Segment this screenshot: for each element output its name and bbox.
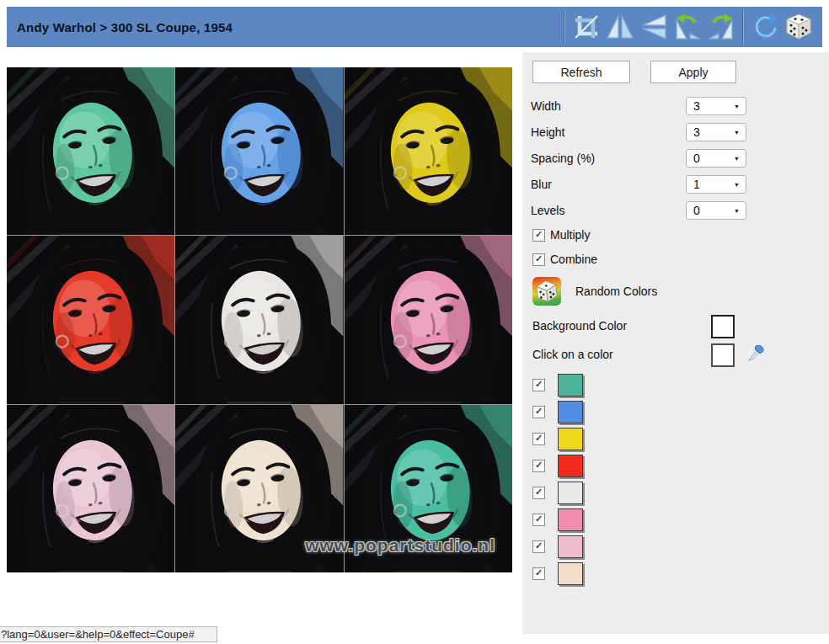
color-checkbox[interactable]: ✓	[532, 379, 545, 391]
title-bar: Andy Warhol > 300 SL Coupe, 1954	[7, 7, 822, 47]
select-rows: Width 3 ▼ Height 3 ▼ Spacing (%) 0 ▼ Blu…	[531, 97, 829, 220]
select-value: 0	[693, 152, 700, 165]
click-color-label: Click on a color	[532, 348, 613, 361]
checkbox-row-combine: ✓ Combine	[532, 252, 829, 267]
rotate-left-button[interactable]	[671, 10, 704, 44]
check-icon: ✓	[535, 230, 543, 239]
chevron-down-icon: ▼	[734, 182, 740, 188]
check-icon: ✓	[535, 380, 543, 389]
watermark: www.popartstudio.nl	[305, 535, 495, 556]
check-icon: ✓	[535, 407, 543, 416]
page-title: Andy Warhol > 300 SL Coupe, 1954	[7, 20, 233, 35]
check-icon: ✓	[535, 541, 543, 551]
color-checkbox[interactable]: ✓	[532, 514, 545, 526]
random-colors-label: Random Colors	[575, 285, 657, 298]
browser-status-tooltip: ?lang=0&user=&help=0&effect=Coupe#	[0, 626, 217, 642]
color-swatch[interactable]	[558, 482, 583, 504]
warhol-canvas: www.popartstudio.nl	[7, 67, 512, 572]
value-dropdown[interactable]: 1 ▼	[686, 175, 746, 194]
select-row-blur: Blur 1 ▼	[531, 175, 829, 194]
toolbar-separator	[564, 9, 565, 45]
select-row-spacing: Spacing (%) 0 ▼	[531, 149, 829, 168]
warhol-cell-pale-pink[interactable]	[7, 405, 174, 572]
checkbox[interactable]: ✓	[532, 229, 545, 242]
color-row: ✓	[532, 428, 829, 450]
warhol-cell-teal[interactable]	[7, 67, 174, 235]
warhol-cell-yellow[interactable]	[345, 67, 512, 235]
checkbox-row-multiply: ✓ Multiply	[532, 227, 829, 242]
random-effect-button[interactable]	[782, 10, 816, 44]
rotate-right-icon	[706, 12, 736, 42]
chevron-down-icon: ▼	[734, 156, 740, 162]
random-colors-button[interactable]: Random Colors	[532, 277, 829, 306]
flip-horizontal-icon	[606, 13, 634, 41]
color-row: ✓	[532, 455, 829, 476]
eyedropper-icon[interactable]	[746, 345, 764, 366]
color-swatch[interactable]	[558, 374, 583, 397]
color-checkbox[interactable]: ✓	[532, 460, 545, 472]
check-icon: ✓	[535, 568, 543, 577]
select-value: 3	[693, 99, 700, 113]
chevron-down-icon: ▼	[734, 104, 740, 109]
click-color-swatch[interactable]	[711, 343, 735, 367]
color-swatch[interactable]	[558, 508, 583, 531]
color-checkbox[interactable]: ✓	[532, 567, 545, 580]
select-value: 1	[693, 178, 700, 191]
check-icon: ✓	[535, 514, 543, 524]
select-label: Height	[531, 125, 564, 139]
reset-icon	[751, 13, 779, 41]
color-checkbox[interactable]: ✓	[532, 540, 545, 553]
select-label: Levels	[531, 204, 564, 217]
refresh-button[interactable]: Refresh	[532, 61, 630, 83]
check-icon: ✓	[535, 487, 543, 497]
value-dropdown[interactable]: 0 ▼	[686, 201, 746, 220]
value-dropdown[interactable]: 3 ▼	[686, 97, 746, 115]
select-value: 0	[693, 204, 700, 217]
select-value: 3	[693, 125, 700, 139]
background-color-row: Background Color	[532, 314, 829, 339]
select-row-width: Width 3 ▼	[531, 97, 829, 115]
color-row: ✓	[532, 536, 829, 557]
check-icon: ✓	[535, 434, 543, 443]
settings-sidebar: Refresh Apply Width 3 ▼ Height 3 ▼ Spaci…	[522, 52, 829, 634]
blend-checkboxes: ✓ Multiply ✓ Combine	[531, 227, 829, 267]
rotate-left-icon	[672, 12, 703, 42]
reset-button[interactable]	[748, 10, 782, 44]
apply-button[interactable]: Apply	[650, 61, 736, 83]
background-color-label: Background Color	[532, 319, 627, 333]
color-row: ✓	[532, 482, 829, 503]
chevron-down-icon: ▼	[734, 208, 740, 214]
crop-icon	[572, 13, 601, 41]
checkbox-label: Combine	[550, 253, 597, 266]
click-color-row: Click on a color	[532, 343, 829, 368]
value-dropdown[interactable]: 0 ▼	[686, 149, 746, 168]
warhol-cell-blue[interactable]	[175, 67, 343, 235]
select-row-height: Height 3 ▼	[531, 123, 829, 141]
action-buttons: Refresh Apply	[532, 61, 829, 83]
color-swatch[interactable]	[558, 401, 583, 423]
warhol-cell-pink[interactable]	[345, 236, 512, 403]
color-checkbox[interactable]: ✓	[532, 406, 545, 418]
toolbar-separator	[742, 9, 744, 45]
color-swatch[interactable]	[558, 455, 583, 477]
value-dropdown[interactable]: 3 ▼	[686, 123, 746, 141]
chevron-down-icon: ▼	[734, 130, 740, 136]
checkbox[interactable]: ✓	[532, 253, 545, 266]
color-swatch[interactable]	[558, 535, 583, 558]
color-row: ✓	[532, 402, 829, 423]
background-color-swatch[interactable]	[711, 315, 735, 338]
flip-horizontal-button[interactable]	[603, 10, 637, 44]
flip-vertical-icon	[639, 13, 668, 41]
rotate-right-button[interactable]	[704, 10, 738, 44]
color-swatch[interactable]	[558, 562, 583, 585]
color-row: ✓	[532, 509, 829, 530]
flip-vertical-button[interactable]	[637, 10, 671, 44]
color-checkbox[interactable]: ✓	[532, 487, 545, 499]
select-label: Spacing (%)	[531, 152, 595, 165]
warhol-cell-white[interactable]	[175, 236, 343, 403]
warhol-cell-red[interactable]	[7, 236, 174, 403]
color-checkbox[interactable]: ✓	[532, 433, 545, 445]
color-swatch[interactable]	[558, 428, 583, 450]
crop-button[interactable]	[570, 10, 603, 44]
select-label: Blur	[531, 178, 552, 191]
